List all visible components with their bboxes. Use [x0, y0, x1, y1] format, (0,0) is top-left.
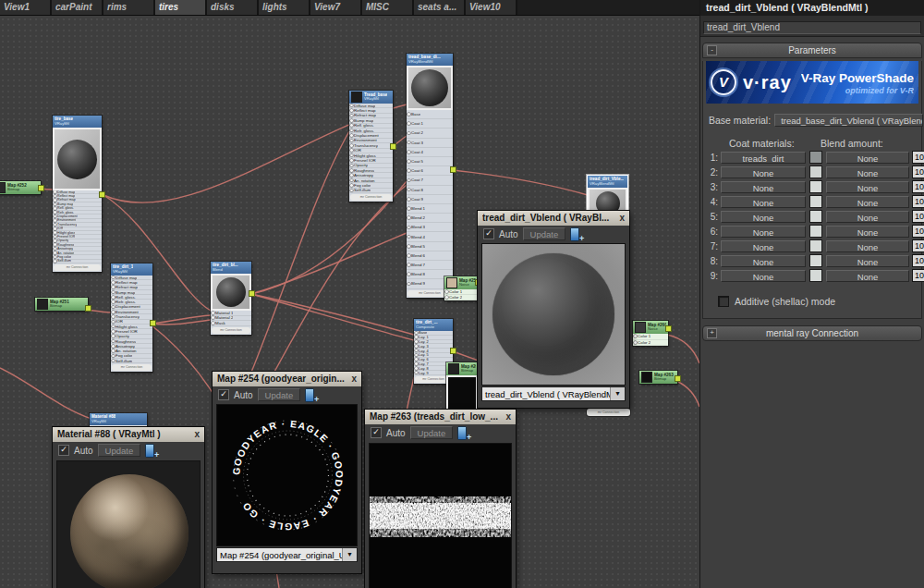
node-header[interactable]: Map #263Bitmap [639, 371, 677, 384]
blend-color-swatch[interactable] [809, 254, 822, 267]
node-map252[interactable]: Map #252Bitmap [0, 181, 41, 194]
node-bitmap263[interactable]: Map #263Bitmap [639, 371, 677, 384]
pin-icon[interactable] [457, 426, 467, 440]
close-icon[interactable]: x [190, 427, 200, 442]
node-header[interactable]: tread_dirt_Vble...VRayBlendMtl [588, 176, 627, 188]
input-socket[interactable] [112, 291, 115, 294]
input-socket[interactable] [415, 349, 418, 352]
tab-rims[interactable]: rims [103, 0, 153, 15]
window-titlebar[interactable]: Map #254 (goodyear_origin... x [213, 372, 361, 386]
node-output-socket[interactable] [675, 376, 680, 381]
input-socket[interactable] [407, 283, 410, 286]
input-socket[interactable] [54, 215, 56, 218]
node-header[interactable]: Map #263Bitmap [446, 362, 478, 375]
blend-color-swatch[interactable] [809, 225, 822, 238]
node-slot[interactable]: Coat 8 [407, 186, 453, 195]
coat-material-button[interactable]: None [721, 240, 806, 252]
input-socket[interactable] [407, 263, 410, 266]
node-mr-connection-bar[interactable]: mr Connection [54, 264, 101, 271]
node-slot[interactable]: Coat 2 [407, 129, 453, 138]
node-header[interactable]: tire_dirt_...Composite [414, 319, 453, 331]
input-socket[interactable] [350, 190, 353, 192]
auto-checkbox[interactable]: ✓ [58, 445, 69, 456]
node-header[interactable]: Map #260Noise [633, 321, 668, 334]
node-slot[interactable]: Coat 6 [407, 166, 453, 176]
blend-amount-value[interactable]: 100 [912, 195, 924, 208]
blend-amount-map-button[interactable]: None [826, 196, 909, 208]
input-socket[interactable] [350, 109, 353, 112]
expand-icon[interactable]: + [707, 328, 717, 338]
coat-material-button[interactable]: None [721, 255, 806, 267]
input-socket[interactable] [112, 300, 115, 303]
node-header[interactable]: Map #258Noise [444, 276, 478, 289]
blend-color-swatch[interactable] [809, 151, 822, 164]
input-socket[interactable] [350, 140, 353, 142]
input-socket[interactable] [54, 239, 56, 242]
close-icon[interactable]: x [347, 372, 357, 386]
blend-amount-map-button[interactable]: None [826, 226, 909, 238]
input-socket[interactable] [54, 248, 56, 251]
input-socket[interactable] [407, 227, 410, 229]
input-socket[interactable] [350, 134, 353, 137]
input-socket[interactable] [350, 154, 353, 157]
node-output-socket[interactable] [86, 306, 91, 311]
input-socket[interactable] [407, 198, 410, 201]
input-socket[interactable] [407, 179, 410, 182]
input-socket[interactable] [112, 360, 115, 362]
node-header[interactable]: tread_base_di...VRayBlendMtl [407, 54, 453, 66]
node-slot[interactable]: Blend 2 [407, 214, 453, 223]
input-socket[interactable] [350, 179, 353, 182]
input-socket[interactable] [350, 144, 353, 147]
input-socket[interactable] [350, 115, 353, 117]
tab-view1[interactable]: View1 [0, 0, 50, 15]
input-socket[interactable] [407, 160, 410, 163]
chevron-down-icon[interactable]: ▼ [610, 387, 625, 400]
input-socket[interactable] [415, 372, 418, 374]
window-titlebar[interactable]: Map #263 (treads_dirt_low_... x [365, 410, 516, 424]
input-socket[interactable] [54, 224, 56, 227]
blend-amount-map-button[interactable]: None [826, 211, 909, 223]
input-socket[interactable] [407, 216, 410, 219]
tab-view10[interactable]: View10 [466, 0, 516, 15]
node-slot[interactable]: Color 2 [444, 295, 478, 300]
blend-amount-value[interactable]: 100 [912, 254, 924, 267]
input-socket[interactable] [415, 332, 418, 335]
input-socket[interactable] [112, 286, 115, 288]
input-socket[interactable] [415, 362, 418, 365]
node-tire_dirt_1[interactable]: tire_dirt_1VRayMtlDiffuse mapReflect map… [111, 263, 152, 372]
input-socket[interactable] [415, 367, 418, 370]
node-mr-connection-bar[interactable]: mr Connection [350, 194, 392, 201]
blend-amount-value[interactable]: 100 [912, 165, 924, 178]
input-socket[interactable] [407, 113, 410, 116]
node-output-socket[interactable] [151, 321, 155, 325]
input-socket[interactable] [54, 256, 56, 259]
blend-amount-map-button[interactable]: None [826, 152, 909, 164]
input-socket[interactable] [445, 290, 448, 293]
coat-material-button[interactable]: None [721, 211, 806, 223]
input-socket[interactable] [350, 184, 353, 187]
node-mr-connection-bar[interactable]: mr Connection [212, 327, 250, 334]
blend-amount-value[interactable]: 100 [912, 210, 924, 223]
pin-icon[interactable] [570, 227, 579, 241]
input-socket[interactable] [415, 345, 418, 348]
input-socket[interactable] [54, 219, 56, 222]
node-bitmap263b[interactable]: Map #263Bitmap [446, 362, 478, 410]
input-socket[interactable] [407, 236, 410, 239]
input-socket[interactable] [350, 119, 353, 122]
additive-checkbox[interactable] [718, 296, 729, 307]
window-titlebar[interactable]: Material #88 ( VRayMtl ) x [53, 427, 204, 442]
input-socket[interactable] [407, 132, 410, 135]
node-slot[interactable]: Coat 3 [407, 139, 453, 148]
blend-amount-map-button[interactable]: None [826, 181, 909, 193]
input-socket[interactable] [112, 345, 115, 348]
input-socket[interactable] [350, 165, 353, 167]
input-socket[interactable] [54, 195, 56, 198]
collapse-icon[interactable]: - [707, 45, 717, 55]
input-socket[interactable] [407, 122, 410, 125]
blend-color-swatch[interactable] [809, 239, 822, 252]
node-slot[interactable]: Blend 6 [407, 251, 453, 261]
blend-amount-map-button[interactable]: None [826, 270, 909, 282]
tab-view7[interactable]: View7 [310, 0, 360, 15]
node-slot[interactable]: Blend 5 [407, 242, 453, 251]
node-tire_base[interactable]: tire_baseVRayMtlDiffuse mapReflect mapRe… [53, 116, 102, 272]
